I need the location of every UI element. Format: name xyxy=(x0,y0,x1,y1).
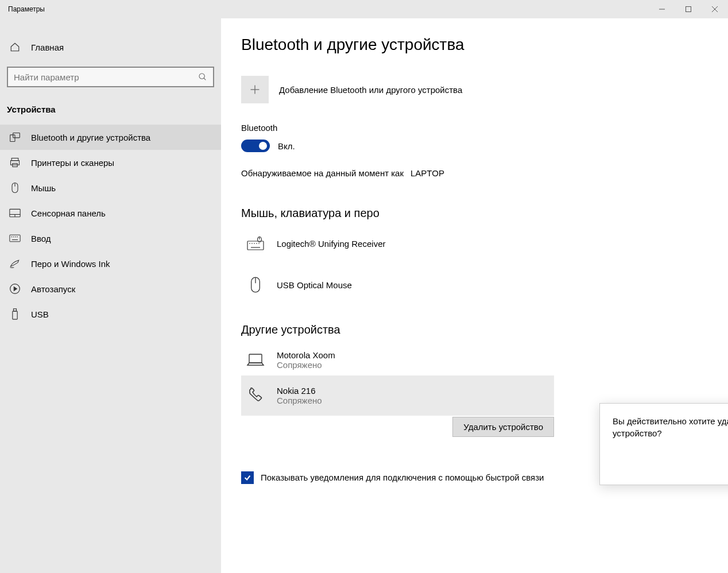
search-icon xyxy=(198,72,207,82)
sidebar-item-label: USB xyxy=(31,309,49,319)
bluetooth-label: Bluetooth xyxy=(241,123,728,133)
sidebar-item-autoplay[interactable]: Автозапуск xyxy=(0,276,221,301)
bluetooth-toggle-row: Вкл. xyxy=(241,140,728,152)
sidebar-item-label: Мышь xyxy=(31,183,56,193)
svg-marker-23 xyxy=(14,287,17,291)
sidebar-item-usb[interactable]: USB xyxy=(0,301,221,327)
sidebar: Главная Устройства Bluetooth и другие ус… xyxy=(0,18,221,573)
window-controls xyxy=(649,0,728,18)
svg-point-4 xyxy=(199,73,204,79)
device-status: Сопряжено xyxy=(277,360,335,370)
sidebar-item-typing[interactable]: Ввод xyxy=(0,226,221,251)
confirm-remove-popup: Вы действительно хотите удалить это устр… xyxy=(599,403,728,485)
device-row[interactable]: Logitech® Unifying Receiver xyxy=(241,228,728,259)
sidebar-item-pen[interactable]: Перо и Windows Ink xyxy=(0,251,221,276)
discoverable-prefix: Обнаруживаемое на данный момент как xyxy=(241,168,404,178)
quickpair-checkbox-row[interactable]: Показывать уведомления для подключения с… xyxy=(241,471,563,485)
device-name: Motorola Xoom xyxy=(277,350,335,360)
mouse-device-icon xyxy=(246,275,265,295)
sidebar-item-label: Ввод xyxy=(31,234,51,243)
svg-line-5 xyxy=(204,78,206,80)
sidebar-item-mouse[interactable]: Мышь xyxy=(0,175,221,200)
laptop-icon xyxy=(246,350,265,370)
device-status: Сопряжено xyxy=(277,396,322,405)
bluetooth-toggle-state: Вкл. xyxy=(278,141,295,151)
device-name: USB Optical Mouse xyxy=(277,280,352,290)
sidebar-item-bluetooth-devices[interactable]: Bluetooth и другие устройства xyxy=(0,125,221,150)
discoverable-name: LAPTOP xyxy=(411,168,444,178)
sidebar-home[interactable]: Главная xyxy=(0,36,221,59)
popup-text: Вы действительно хотите удалить это устр… xyxy=(613,415,728,439)
window-title: Параметры xyxy=(0,5,45,13)
main-content: Bluetooth и другие устройства Добавление… xyxy=(221,18,728,573)
checkbox-label: Показывать уведомления для подключения с… xyxy=(261,471,544,485)
sidebar-home-label: Главная xyxy=(31,42,64,52)
home-icon xyxy=(9,41,21,53)
sidebar-item-label: Принтеры и сканеры xyxy=(31,158,114,168)
device-row-selected[interactable]: Nokia 216 Сопряжено xyxy=(241,375,554,416)
svg-rect-25 xyxy=(13,311,17,319)
svg-rect-9 xyxy=(11,161,20,165)
sidebar-item-label: Перо и Windows Ink xyxy=(31,259,110,269)
device-name: Nokia 216 xyxy=(277,386,322,396)
device-row[interactable]: Motorola Xoom Сопряжено xyxy=(241,344,728,375)
keyboard-icon xyxy=(9,233,21,244)
autoplay-icon xyxy=(9,283,21,295)
sidebar-item-label: Автозапуск xyxy=(31,284,75,294)
svg-rect-39 xyxy=(249,354,262,363)
pen-icon xyxy=(9,258,21,269)
remove-device-button[interactable]: Удалить устройство xyxy=(452,417,554,437)
device-name: Logitech® Unifying Receiver xyxy=(277,239,385,249)
bluetooth-devices-icon xyxy=(9,131,21,143)
close-button[interactable] xyxy=(702,0,728,18)
bluetooth-toggle[interactable] xyxy=(241,140,270,152)
section-other-devices: Другие устройства xyxy=(241,323,728,336)
svg-rect-7 xyxy=(13,133,20,138)
toggle-knob xyxy=(259,142,267,150)
maximize-button[interactable] xyxy=(675,0,702,18)
search-box[interactable] xyxy=(7,67,214,87)
sidebar-item-printers[interactable]: Принтеры и сканеры xyxy=(0,150,221,175)
checkbox-checked[interactable] xyxy=(241,471,254,484)
discoverable-text: Обнаруживаемое на данный момент как LAPT… xyxy=(241,168,728,178)
sidebar-item-label: Bluetooth и другие устройства xyxy=(31,133,150,142)
mouse-icon xyxy=(9,182,21,193)
device-row[interactable]: USB Optical Mouse xyxy=(241,269,728,300)
add-device-label: Добавление Bluetooth или другого устройс… xyxy=(279,85,462,95)
mouse-keyboard-list: Logitech® Unifying Receiver USB Optical … xyxy=(241,228,728,300)
page-title: Bluetooth и другие устройства xyxy=(241,36,728,54)
plus-icon xyxy=(249,84,261,95)
search-input[interactable] xyxy=(14,72,198,82)
section-mouse-keyboard-pen: Мышь, клавиатура и перо xyxy=(241,207,728,220)
svg-rect-24 xyxy=(14,309,17,311)
svg-rect-16 xyxy=(10,235,20,242)
titlebar: Параметры xyxy=(0,0,728,18)
keyboard-device-icon xyxy=(246,234,265,253)
svg-rect-8 xyxy=(11,158,18,161)
touchpad-icon xyxy=(9,207,21,219)
sidebar-item-touchpad[interactable]: Сенсорная панель xyxy=(0,200,221,226)
sidebar-item-label: Сенсорная панель xyxy=(31,208,106,218)
svg-rect-1 xyxy=(686,7,691,12)
printer-icon xyxy=(9,157,21,168)
minimize-button[interactable] xyxy=(649,0,675,18)
add-device-button[interactable] xyxy=(241,76,269,103)
sidebar-category: Устройства xyxy=(0,101,221,125)
svg-rect-28 xyxy=(247,241,264,250)
usb-icon xyxy=(9,308,21,320)
svg-rect-6 xyxy=(10,135,15,142)
add-device-row[interactable]: Добавление Bluetooth или другого устройс… xyxy=(241,76,728,103)
phone-icon xyxy=(246,386,265,405)
